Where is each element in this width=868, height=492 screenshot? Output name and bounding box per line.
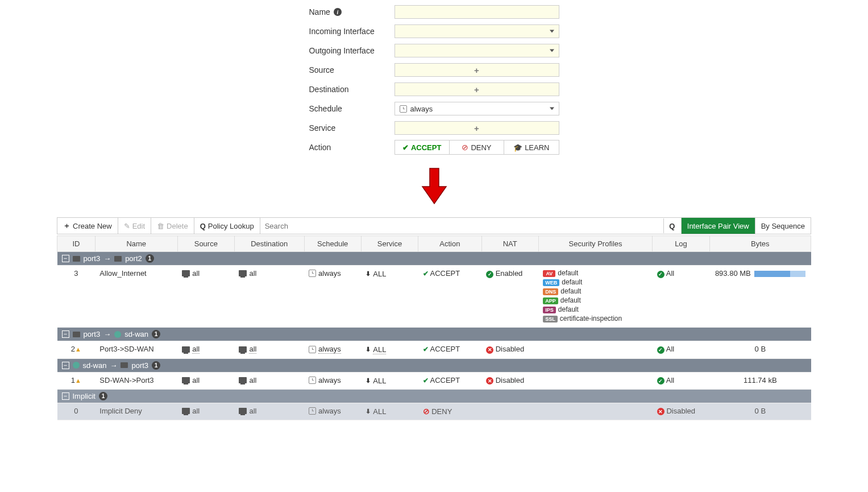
- cell-schedule: always: [304, 341, 361, 359]
- cell-source: all: [177, 372, 234, 389]
- profile-badge: APP: [543, 297, 558, 304]
- search-input[interactable]: [260, 218, 663, 233]
- header-profiles[interactable]: Security Profiles: [538, 236, 653, 252]
- policy-lookup-button[interactable]: QPolicy Lookup: [194, 218, 260, 234]
- toolbar: ＋Create New ✎Edit 🗑Delete QPolicy Lookup…: [57, 217, 811, 234]
- source-add[interactable]: +: [394, 63, 559, 77]
- collapse-icon[interactable]: −: [62, 362, 69, 369]
- group-header-row[interactable]: − port3 → sd-wan 1: [57, 328, 811, 341]
- implicit-policy-row[interactable]: 0 Implicit Deny all all always ⬇ALL ⊘ DE…: [57, 403, 811, 420]
- arrow-icon: →: [103, 254, 111, 263]
- cell-log: All: [653, 372, 709, 389]
- search-icon: Q: [200, 222, 206, 230]
- cell-bytes: 111.74 kB: [709, 372, 811, 389]
- header-action[interactable]: Action: [418, 236, 481, 252]
- cell-bytes: 0 B: [709, 403, 811, 420]
- profile-item: WEBdefault: [543, 278, 648, 286]
- cell-schedule: always: [304, 266, 361, 328]
- cell-profiles: [538, 372, 653, 389]
- collapse-icon[interactable]: −: [62, 330, 69, 338]
- cell-log: All: [653, 266, 709, 328]
- name-label: Name: [309, 7, 330, 16]
- cell-profiles: [538, 341, 653, 359]
- collapse-icon[interactable]: −: [62, 392, 69, 400]
- action-label: Action: [309, 143, 331, 152]
- address-icon: [239, 408, 247, 414]
- address-icon: [182, 270, 190, 276]
- cell-destination: all: [234, 341, 304, 359]
- profile-item: AVdefault: [543, 269, 648, 277]
- header-schedule[interactable]: Schedule: [304, 236, 361, 252]
- policy-row[interactable]: 3 Allow_Internet all all always ⬇ALL ✔ A…: [57, 266, 811, 328]
- name-field[interactable]: [394, 5, 559, 19]
- profile-badge: AV: [543, 270, 555, 277]
- cell-schedule: always: [304, 372, 361, 389]
- action-accept-button[interactable]: ✔ACCEPT: [395, 140, 450, 154]
- header-nat[interactable]: NAT: [481, 236, 538, 252]
- source-label: Source: [309, 65, 334, 75]
- policy-list-area: ＋Create New ✎Edit 🗑Delete QPolicy Lookup…: [0, 217, 868, 420]
- cell-profiles: AVdefaultWEBdefaultDNSdefaultAPPdefaultI…: [538, 266, 653, 328]
- interface-pair-view-button[interactable]: Interface Pair View: [681, 218, 755, 234]
- sdwan-icon: [73, 362, 80, 369]
- header-id[interactable]: ID: [57, 236, 95, 252]
- log-status-icon: [657, 345, 665, 353]
- service-add[interactable]: +: [394, 121, 559, 135]
- cell-service: ⬇ALL: [361, 403, 418, 420]
- deny-icon: ⊘: [462, 143, 468, 152]
- cell-nat: Enabled: [481, 266, 538, 328]
- log-status-icon: [657, 407, 665, 415]
- group-from: port3: [84, 330, 101, 338]
- implicit-group-header[interactable]: − Implicit 1: [57, 389, 811, 403]
- bytes-bar: [754, 271, 805, 277]
- profile-badge: IPS: [543, 307, 556, 313]
- edit-button[interactable]: ✎Edit: [118, 218, 151, 234]
- trash-icon: 🗑: [157, 222, 164, 230]
- incoming-interface-select[interactable]: [394, 24, 559, 38]
- group-to: sd-wan: [124, 330, 148, 338]
- group-header-row[interactable]: − sd-wan → port3 1: [57, 358, 811, 372]
- group-from: sd-wan: [83, 361, 107, 370]
- search-button[interactable]: Q: [663, 218, 680, 233]
- group-to: port3: [131, 361, 148, 370]
- cell-schedule: always: [304, 403, 361, 420]
- info-icon[interactable]: i: [334, 8, 342, 16]
- cell-service: ⬇ALL: [361, 341, 418, 359]
- cell-action: ⊘ DENY: [418, 403, 481, 420]
- create-new-button[interactable]: ＋Create New: [57, 218, 118, 234]
- by-sequence-button[interactable]: By Sequence: [755, 218, 811, 234]
- outgoing-label: Outgoing Interface: [309, 46, 375, 55]
- profile-item: SSLcertificate-inspection: [543, 315, 648, 323]
- policy-row[interactable]: 2▲ Port3->SD-WAN all all always ⬇ALL ✔ A…: [57, 341, 811, 359]
- header-log[interactable]: Log: [653, 236, 709, 252]
- header-destination[interactable]: Destination: [234, 236, 304, 252]
- clock-icon: [309, 346, 316, 353]
- chevron-down-icon: [550, 49, 554, 52]
- header-bytes[interactable]: Bytes: [709, 236, 811, 252]
- log-status-icon: [657, 376, 665, 384]
- policy-row[interactable]: 1▲ SD-WAN->Port3 all all always ⬇ALL ✔ A…: [57, 372, 811, 389]
- cell-name: Implicit Deny: [95, 403, 177, 420]
- header-source[interactable]: Source: [177, 236, 234, 252]
- destination-add[interactable]: +: [394, 82, 559, 96]
- profile-item: IPSdefault: [543, 305, 648, 313]
- cell-log: All: [653, 341, 709, 359]
- header-name[interactable]: Name: [95, 236, 177, 252]
- address-icon: [239, 346, 247, 353]
- schedule-select[interactable]: always: [394, 102, 559, 115]
- destination-label: Destination: [309, 85, 349, 94]
- check-icon: ✔: [423, 345, 429, 353]
- check-icon: ✔: [423, 377, 429, 384]
- nat-status-icon: [486, 269, 493, 278]
- address-icon: [182, 408, 190, 414]
- action-deny-button[interactable]: ⊘DENY: [450, 140, 504, 154]
- cell-destination: all: [234, 372, 304, 389]
- port-icon: [121, 362, 128, 368]
- outgoing-interface-select[interactable]: [394, 44, 559, 57]
- header-service[interactable]: Service: [361, 236, 418, 252]
- delete-button[interactable]: 🗑Delete: [151, 218, 194, 234]
- group-header-row[interactable]: − port3 → port2 1: [57, 252, 811, 266]
- cell-action: ✔ ACCEPT: [418, 341, 481, 359]
- action-learn-button[interactable]: 🎓LEARN: [504, 140, 558, 154]
- collapse-icon[interactable]: −: [62, 255, 69, 262]
